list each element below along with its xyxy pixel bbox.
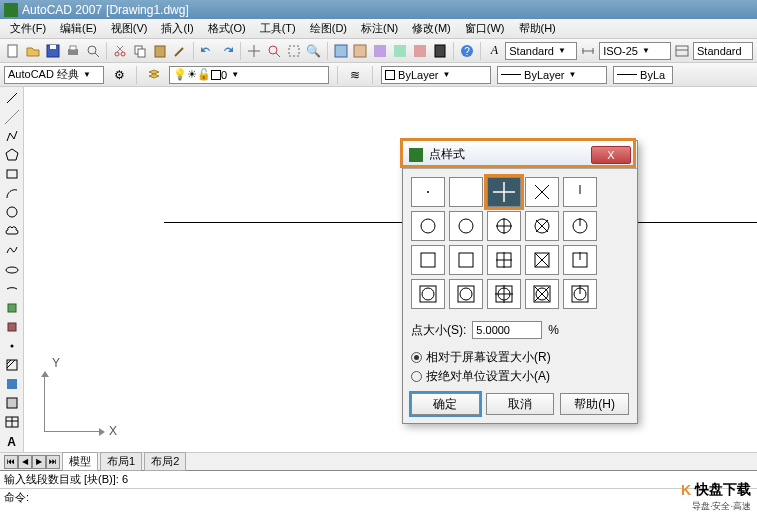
lineweight-combo[interactable]: ByLa [613,66,673,84]
paste-icon[interactable] [151,42,169,60]
save-icon[interactable] [44,42,62,60]
tab-next-icon[interactable]: ▶ [32,455,46,469]
layout2-tab[interactable]: 布局2 [144,452,186,471]
line-icon[interactable] [3,89,21,106]
design-center-icon[interactable] [352,42,370,60]
cancel-button[interactable]: 取消 [486,393,555,415]
ok-button[interactable]: 确定 [411,393,480,415]
ellipse-icon[interactable] [3,261,21,278]
markup-icon[interactable] [411,42,429,60]
point-style-tick[interactable] [563,177,597,207]
point-style-circle[interactable] [449,211,483,241]
command-input[interactable]: 命令: [0,488,757,506]
menu-file[interactable]: 文件(F) [4,19,52,38]
point-size-input[interactable] [472,321,542,339]
point-style-square-circle-tick[interactable] [563,279,597,309]
point-style-square-circle-dot[interactable] [411,279,445,309]
menu-format[interactable]: 格式(O) [202,19,252,38]
polygon-icon[interactable] [3,146,21,163]
point-style-plus[interactable] [487,177,521,207]
absolute-size-radio[interactable] [411,371,422,382]
table-icon[interactable] [3,414,21,431]
rectangle-icon[interactable] [3,165,21,182]
dim-style-combo[interactable]: ISO-25▼ [599,42,671,60]
layer-manager-icon[interactable] [145,66,163,84]
menu-modify[interactable]: 修改(M) [406,19,457,38]
zoom-icon[interactable] [265,42,283,60]
menu-tools[interactable]: 工具(T) [254,19,302,38]
zoom-window-icon[interactable] [285,42,303,60]
spline-icon[interactable] [3,242,21,259]
menu-insert[interactable]: 插入(I) [155,19,199,38]
workspace-settings-icon[interactable]: ⚙ [110,66,128,84]
copy-icon[interactable] [131,42,149,60]
text-style-icon[interactable]: A [485,42,503,60]
make-block-icon[interactable] [3,318,21,335]
preview-icon[interactable] [84,42,102,60]
help-icon[interactable]: ? [458,42,476,60]
linetype-combo[interactable]: ByLayer▼ [497,66,607,84]
circle-icon[interactable] [3,204,21,221]
relative-size-radio-row[interactable]: 相对于屏幕设置大小(R) [411,349,629,366]
new-icon[interactable] [4,42,22,60]
menu-window[interactable]: 窗口(W) [459,19,511,38]
menu-dimension[interactable]: 标注(N) [355,19,404,38]
point-style-circle-dot[interactable] [411,211,445,241]
point-style-circle-x[interactable] [525,211,559,241]
point-style-square-tick[interactable] [563,245,597,275]
match-icon[interactable] [171,42,189,60]
color-combo[interactable]: ByLayer▼ [381,66,491,84]
point-style-square-circle[interactable] [449,279,483,309]
construction-line-icon[interactable] [3,108,21,125]
tab-first-icon[interactable]: ⏮ [4,455,18,469]
layer-prev-icon[interactable]: ≋ [346,66,364,84]
point-style-square-x[interactable] [525,245,559,275]
calculator-icon[interactable] [431,42,449,60]
tool-palette-icon[interactable] [371,42,389,60]
mtext-icon[interactable]: A [3,433,21,450]
menu-edit[interactable]: 编辑(E) [54,19,103,38]
point-style-circle-plus[interactable] [487,211,521,241]
menu-draw[interactable]: 绘图(D) [304,19,353,38]
point-style-dot[interactable] [411,177,445,207]
menu-view[interactable]: 视图(V) [105,19,154,38]
point-style-blank[interactable] [449,177,483,207]
zoom-prev-icon[interactable]: 🔍 [305,42,323,60]
gradient-icon[interactable] [3,376,21,393]
point-icon[interactable] [3,337,21,354]
point-style-square-plus[interactable] [487,245,521,275]
hatch-icon[interactable] [3,357,21,374]
model-tab[interactable]: 模型 [62,452,98,471]
point-style-circle-tick[interactable] [563,211,597,241]
print-icon[interactable] [64,42,82,60]
point-style-square-circle-plus[interactable] [487,279,521,309]
region-icon[interactable] [3,395,21,412]
layer-combo[interactable]: 💡 ☀ 🔓 0 ▼ [169,66,329,84]
ellipse-arc-icon[interactable] [3,280,21,297]
dim-style-icon[interactable] [579,42,597,60]
point-style-square-circle-x[interactable] [525,279,559,309]
point-style-x[interactable] [525,177,559,207]
point-style-square[interactable] [449,245,483,275]
tab-prev-icon[interactable]: ◀ [18,455,32,469]
point-style-square-dot[interactable] [411,245,445,275]
revision-cloud-icon[interactable] [3,223,21,240]
pan-icon[interactable] [245,42,263,60]
cut-icon[interactable] [111,42,129,60]
polyline-icon[interactable] [3,127,21,144]
table-style-icon[interactable] [673,42,691,60]
relative-size-radio[interactable] [411,352,422,363]
menu-help[interactable]: 帮助(H) [513,19,562,38]
text-style-combo[interactable]: Standard▼ [505,42,577,60]
sheet-set-icon[interactable] [391,42,409,60]
insert-block-icon[interactable] [3,299,21,316]
open-icon[interactable] [24,42,42,60]
layout1-tab[interactable]: 布局1 [100,452,142,471]
properties-icon[interactable] [332,42,350,60]
undo-icon[interactable] [198,42,216,60]
tab-last-icon[interactable]: ⏭ [46,455,60,469]
arc-icon[interactable] [3,185,21,202]
drawing-canvas[interactable]: Y X [24,87,757,452]
absolute-size-radio-row[interactable]: 按绝对单位设置大小(A) [411,368,629,385]
redo-icon[interactable] [218,42,236,60]
